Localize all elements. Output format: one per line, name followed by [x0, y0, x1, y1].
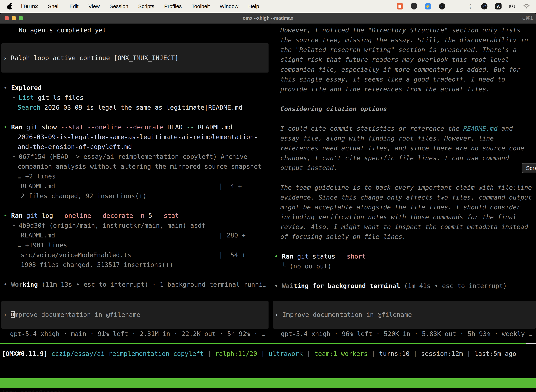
- terminal-line: slight risk that future readers may over…: [271, 55, 536, 65]
- terminal-line: companion file, especially if more comme…: [271, 65, 536, 75]
- shield-icon[interactable]: [411, 3, 417, 9]
- terminal-line: └ 4b9d30f (origin/main, instructkr/main,…: [0, 221, 271, 230]
- terminal-line: └ (no output): [271, 261, 536, 271]
- menu-bar: iTerm2ShellEditViewSessionScriptsProfile…: [0, 0, 536, 13]
- terminal-line: • Ran git log --oneline --decorate -n 5 …: [0, 211, 271, 221]
- menu-item-view[interactable]: View: [84, 3, 105, 9]
- terminal-line: … +1901 lines: [0, 240, 271, 250]
- terminal-line: references need actual files, and since …: [271, 143, 536, 153]
- left-input-line: › Improve documentation in @filename: [1, 310, 140, 320]
- right-session-statusline: gpt-5.4 xhigh · 96% left · 520K in · 5.8…: [281, 329, 532, 339]
- terminal-line: and-the-erosion-of-copyleft.md: [0, 142, 271, 152]
- menu-item-session[interactable]: Session: [105, 3, 133, 9]
- crescent-icon[interactable]: ‹: [439, 3, 445, 9]
- window-title: omx --xhigh --madmax: [0, 15, 536, 21]
- terminal-line: output instead.: [271, 163, 536, 173]
- terminal-line: [271, 94, 536, 104]
- terminal-line: provide file and line references from th…: [271, 84, 536, 94]
- menu-item-toolbelt[interactable]: Toolbelt: [187, 3, 215, 9]
- screen-sharing-tooltip: Scre: [522, 163, 536, 173]
- left-inject-box[interactable]: › Ralph loop active continue [OMX_TMUX_I…: [1, 43, 268, 73]
- menu-item-window[interactable]: Window: [215, 3, 243, 9]
- terminal-line: [271, 271, 536, 281]
- inject-box-line: › Ralph loop active continue [OMX_TMUX_I…: [1, 53, 178, 63]
- left-session-statusline: gpt-5.4 xhigh · main · 91% left · 2.31M …: [10, 329, 265, 339]
- terminal-line: the "Related research writing" section i…: [271, 45, 536, 55]
- menu-items: iTerm2ShellEditViewSessionScriptsProfile…: [7, 3, 264, 9]
- terminal-line: … +2 lines: [0, 171, 271, 181]
- terminal-line: However, I noticed the "Directory Struct…: [271, 25, 536, 35]
- pane-bottom-border-end: [526, 343, 536, 344]
- prompt-chevron: ›: [3, 311, 11, 318]
- left-prompt-input[interactable]: › Improve documentation in @filename: [1, 301, 268, 329]
- pane-bottom-border: [0, 343, 526, 344]
- terminal-line: Search 2026-03-09-is-legal-the-same-as-l…: [0, 103, 271, 112]
- menu-item-edit[interactable]: Edit: [65, 3, 84, 9]
- terminal-line: └ List git ls-files: [0, 93, 271, 103]
- right-input-text: Improve documentation in @filename: [282, 311, 412, 318]
- terminal-line: The team guideline is to back every impo…: [271, 183, 536, 192]
- right-pane-output: However, I noticed the "Directory Struct…: [271, 25, 536, 291]
- terminal-line: • Working (11m 13s • esc to interrupt) ·…: [0, 280, 271, 289]
- right-input-line: › Improve documentation in @filename: [273, 310, 412, 320]
- left-input-text: mprove documentation in @filename: [14, 311, 140, 318]
- terminal-line: Considering citation options: [271, 104, 536, 114]
- battery-icon[interactable]: [509, 3, 516, 9]
- omx-status-bar: [OMX#0.11.9] cczip/essay/ai-reimplementa…: [2, 349, 516, 359]
- terminal-line: 2026-03-09-is-legal-the-same-as-legitima…: [0, 132, 271, 142]
- terminal-line: [271, 114, 536, 124]
- terminal-line: src/voice/voiceModeEnabled.ts | 54 +: [0, 250, 271, 260]
- menu-item-help[interactable]: Help: [243, 3, 264, 9]
- terminal-line: essay file, along with finding root file…: [271, 134, 536, 143]
- apple-logo-icon[interactable]: [7, 3, 12, 9]
- right-prompt-input[interactable]: › Improve documentation in @filename: [273, 301, 536, 329]
- terminal-line: • Ran git status --short: [271, 252, 536, 261]
- menu-item-iterm2[interactable]: iTerm2: [16, 3, 43, 9]
- terminal-line: I could cite commit statistics or refere…: [271, 124, 536, 134]
- terminal-line: companion analysis without altering the …: [0, 162, 271, 171]
- prompt-chevron: ›: [275, 311, 282, 318]
- terminal-line: └ No agents completed yet: [0, 25, 271, 35]
- terminal-line: the source tree, missing the essay. Stil…: [271, 35, 536, 45]
- terminal-line: evidence. Since this change only affects…: [271, 192, 536, 202]
- terminal-line: this single essay, it seems like a good …: [271, 75, 536, 84]
- terminal-line: review. Also, I might want to inspect th…: [271, 222, 536, 232]
- tmux-status-bar: [omx-cczip0:bash* "MacBook-Pro-44.local"…: [0, 378, 536, 388]
- tree-guide-line: [12, 132, 12, 152]
- menu-item-shell[interactable]: Shell: [43, 3, 65, 9]
- terminal-line: • Explored: [0, 83, 271, 93]
- a-badge-icon[interactable]: A: [495, 3, 502, 9]
- left-pane-output: • Explored└ List git ls-filesSearch 2026…: [0, 83, 271, 289]
- left-pane-preamble: └ No agents completed yet: [0, 25, 271, 35]
- terminal-line: README.md | 280 +: [0, 230, 271, 240]
- terminal-line: [0, 270, 271, 280]
- terminal-line: • Ran git show --stat --oneline --decora…: [0, 122, 271, 132]
- menu-status-icons: ⚡ ‹ ʃ ..61 A: [397, 3, 530, 9]
- terminal-line: 2 files changed, 92 insertions(+): [0, 191, 271, 201]
- chat-icon[interactable]: [397, 3, 403, 9]
- terminal-line: [0, 112, 271, 122]
- squiggle-icon[interactable]: ʃ: [467, 3, 474, 9]
- terminal-line: • Waiting for background terminal (1m 41…: [271, 281, 536, 291]
- window-titlebar[interactable]: omx --xhigh --madmax ⌥⌘1: [0, 13, 536, 23]
- terminal-line: of focusing solely on file lines.: [271, 232, 536, 242]
- terminal-line: might be acceptable alongside the file l…: [271, 202, 536, 212]
- terminal-line: └ 067f154 (HEAD -> essay/ai-reimplementa…: [0, 152, 271, 162]
- menu-item-profiles[interactable]: Profiles: [159, 3, 187, 9]
- terminal-line: 1903 files changed, 513517 insertions(+): [0, 260, 271, 270]
- terminal-line: changes, I can't cite specific file line…: [271, 153, 536, 163]
- text-cursor: I: [11, 311, 14, 318]
- screen: iTerm2ShellEditViewSessionScriptsProfile…: [0, 0, 536, 392]
- badge-61-icon[interactable]: ..61: [481, 3, 488, 9]
- terminal-line: README.md | 4 +: [0, 181, 271, 191]
- menu-item-scripts[interactable]: Scripts: [133, 3, 159, 9]
- window-shortcut-hint: ⌥⌘1: [520, 15, 533, 21]
- terminal-line: [271, 173, 536, 183]
- wifi-icon[interactable]: [523, 3, 530, 9]
- dots-grid-icon[interactable]: [453, 3, 459, 9]
- terminal-line: including verification notes with those …: [271, 212, 536, 222]
- terminal-line: [0, 201, 271, 211]
- tmux-session-label[interactable]: [omx-cczip0:bash*: [2, 388, 65, 392]
- terminal-line: [271, 242, 536, 252]
- blue-badge-icon[interactable]: ⚡: [425, 3, 431, 9]
